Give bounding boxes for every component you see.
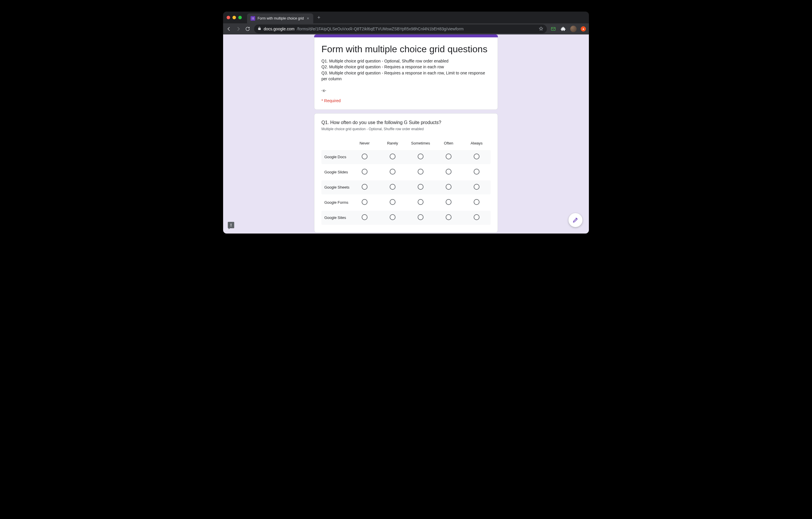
form-title: Form with multiple choice grid questions — [321, 44, 491, 55]
svg-rect-5 — [253, 19, 254, 19]
forward-button[interactable] — [235, 26, 241, 32]
grid-radio[interactable] — [474, 184, 480, 190]
grid-row-label: Google Slides — [321, 165, 351, 179]
report-problem-button[interactable]: ! — [228, 222, 234, 228]
grid-row: Google Sheets — [321, 181, 491, 194]
titlebar: Form with multiple choice grid × + — [223, 12, 589, 23]
form-container: Form with multiple choice grid questions… — [314, 34, 498, 233]
page-viewport[interactable]: Form with multiple choice grid questions… — [223, 34, 589, 234]
profile-avatar[interactable] — [570, 26, 577, 32]
maximize-window-button[interactable] — [238, 16, 242, 19]
grid-col-header: Rarely — [379, 138, 407, 149]
grid-col-header: Often — [435, 138, 463, 149]
grid-radio[interactable] — [390, 184, 396, 190]
new-tab-button[interactable]: + — [313, 15, 325, 21]
grid-radio[interactable] — [362, 184, 368, 190]
tab-close-button[interactable]: × — [306, 16, 310, 21]
grid-radio[interactable] — [418, 184, 424, 190]
grid-radio[interactable] — [418, 154, 424, 159]
close-window-button[interactable] — [227, 16, 230, 19]
mail-extension-icon[interactable] — [550, 26, 556, 32]
url-path: /forms/d/e/1FAIpQLSeOuVxxR-Q8T2ikl6qETVU… — [297, 27, 464, 31]
grid-col-header: Sometimes — [407, 138, 435, 149]
reload-button[interactable] — [245, 26, 251, 32]
required-legend: * Required — [321, 99, 491, 103]
question-subtitle: Multiple choice grid question - Optional… — [321, 127, 491, 131]
question-title: Q1. How often do you use the following G… — [321, 120, 491, 125]
svg-rect-0 — [252, 18, 252, 18]
grid-radio[interactable] — [446, 154, 452, 159]
grid-row-label: Google Sheets — [321, 181, 351, 194]
grid-col-header: Always — [463, 138, 491, 149]
browser-toolbar: docs.google.com/forms/d/e/1FAIpQLSeOuVxx… — [223, 23, 589, 34]
grid-row: Google Forms — [321, 196, 491, 210]
svg-rect-4 — [252, 19, 252, 19]
svg-rect-3 — [253, 18, 254, 19]
back-button[interactable] — [226, 26, 232, 32]
address-bar[interactable]: docs.google.com/forms/d/e/1FAIpQLSeOuVxx… — [254, 25, 547, 33]
grid-row: Google Slides — [321, 165, 491, 179]
bookmark-star-icon[interactable] — [539, 26, 543, 32]
grid-row-label: Google Sites — [321, 211, 351, 225]
grid-corner — [321, 138, 351, 149]
grid-radio[interactable] — [362, 199, 368, 205]
grid-question-table: Never Rarely Sometimes Often Always Goog… — [321, 137, 491, 226]
form-header-card: Form with multiple choice grid questions… — [314, 37, 498, 110]
svg-rect-2 — [252, 18, 252, 19]
grid-radio[interactable] — [446, 199, 452, 205]
lock-icon — [258, 27, 261, 31]
tab-title: Form with multiple choice grid — [258, 16, 304, 21]
grid-radio[interactable] — [390, 169, 396, 174]
extensions-icon[interactable] — [560, 26, 566, 32]
grid-radio[interactable] — [446, 184, 452, 190]
profile-badge-icon[interactable] — [581, 26, 586, 31]
grid-radio[interactable] — [474, 169, 480, 174]
toolbar-right — [550, 26, 586, 32]
edit-form-fab[interactable] — [569, 213, 582, 227]
grid-row: Google Sites — [321, 211, 491, 225]
grid-radio[interactable] — [390, 214, 396, 220]
grid-radio[interactable] — [418, 199, 424, 205]
grid-radio[interactable] — [446, 214, 452, 220]
forms-favicon-icon — [251, 16, 255, 21]
url-host: docs.google.com — [264, 27, 295, 31]
question-card-q1: Q1. How often do you use the following G… — [314, 113, 498, 233]
minimize-window-button[interactable] — [232, 16, 236, 19]
grid-radio[interactable] — [362, 214, 368, 220]
grid-radio[interactable] — [418, 214, 424, 220]
form-accent-bar — [314, 34, 498, 37]
grid-row: Google Docs — [321, 150, 491, 164]
browser-window: Form with multiple choice grid × + docs.… — [223, 12, 589, 234]
grid-row-label: Google Forms — [321, 196, 351, 210]
grid-radio[interactable] — [474, 199, 480, 205]
grid-radio[interactable] — [418, 169, 424, 174]
grid-row-label: Google Docs — [321, 150, 351, 164]
grid-radio[interactable] — [446, 169, 452, 174]
window-controls — [227, 16, 242, 19]
grid-radio[interactable] — [474, 214, 480, 220]
browser-tab[interactable]: Form with multiple choice grid × — [247, 13, 313, 23]
grid-radio[interactable] — [362, 169, 368, 174]
form-description: Q1. Multiple choice grid question - Opti… — [321, 58, 491, 94]
grid-radio[interactable] — [362, 154, 368, 159]
svg-rect-1 — [253, 18, 254, 18]
grid-radio[interactable] — [474, 154, 480, 159]
grid-radio[interactable] — [390, 199, 396, 205]
grid-col-header: Never — [351, 138, 379, 149]
grid-radio[interactable] — [390, 154, 396, 159]
